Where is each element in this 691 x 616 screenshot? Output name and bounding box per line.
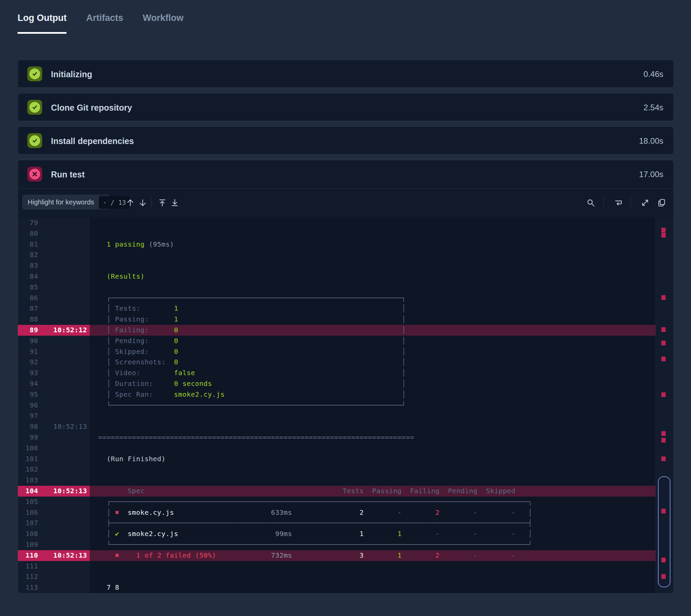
log-line-gutter[interactable]: 108 xyxy=(18,529,90,540)
search-icon[interactable] xyxy=(585,197,597,209)
line-number[interactable]: 80 xyxy=(18,228,38,239)
line-number[interactable]: 87 xyxy=(18,303,38,314)
log-line-gutter[interactable]: 86 xyxy=(18,293,90,304)
log-line-gutter[interactable]: 91 xyxy=(18,347,90,357)
line-timestamp xyxy=(38,239,87,250)
log-line-gutter[interactable]: 87 xyxy=(18,303,90,314)
log-line-gutter[interactable]: 103 xyxy=(18,475,90,486)
step-header-run-test[interactable]: Run test 17.00s xyxy=(18,160,673,189)
line-number[interactable]: 102 xyxy=(18,464,38,475)
line-number[interactable]: 98 xyxy=(18,421,38,432)
line-number[interactable]: 112 xyxy=(18,571,38,582)
line-number[interactable]: 108 xyxy=(18,529,38,540)
log-line-gutter[interactable]: 84 xyxy=(18,271,90,282)
line-number[interactable]: 79 xyxy=(18,218,38,228)
log-line-gutter[interactable]: 92 xyxy=(18,357,90,368)
log-line-gutter[interactable]: 81 xyxy=(18,239,90,250)
line-timestamp xyxy=(38,507,87,518)
log-line-gutter[interactable]: 96 xyxy=(18,400,90,411)
log-line-gutter[interactable]: 10410:52:13 xyxy=(18,486,90,497)
line-number[interactable]: 113 xyxy=(18,582,38,593)
step-header[interactable]: Install dependencies18.00s xyxy=(18,127,673,155)
step-duration: 18.00s xyxy=(639,136,663,146)
step-card-clone-git-repository: Clone Git repository2.54s xyxy=(18,93,674,121)
check-icon xyxy=(27,133,42,148)
log-line-gutter[interactable]: 85 xyxy=(18,282,90,293)
tab-artifacts[interactable]: Artifacts xyxy=(86,13,123,34)
line-number[interactable]: 86 xyxy=(18,293,38,304)
line-number[interactable]: 97 xyxy=(18,411,38,421)
log-line-gutter[interactable]: 93 xyxy=(18,368,90,378)
log-line-gutter[interactable]: 109 xyxy=(18,540,90,550)
log-line-gutter[interactable]: 83 xyxy=(18,260,90,271)
line-number[interactable]: 84 xyxy=(18,271,38,282)
scrollbar-thumb[interactable] xyxy=(658,476,670,587)
log-line-gutter[interactable]: 9810:52:13 xyxy=(18,421,90,432)
scroll-to-bottom-icon[interactable] xyxy=(169,197,181,209)
log-line-gutter[interactable]: 102 xyxy=(18,464,90,475)
log-line-gutter[interactable]: 11010:52:13 xyxy=(18,550,90,561)
check-icon xyxy=(27,100,42,115)
line-number[interactable]: 85 xyxy=(18,282,38,293)
line-timestamp xyxy=(38,271,87,282)
log-line-gutter[interactable]: 97 xyxy=(18,411,90,421)
log-minimap-scrollbar[interactable] xyxy=(655,218,673,593)
log-line: 102 xyxy=(18,464,656,475)
log-line-gutter[interactable]: 80 xyxy=(18,228,90,239)
line-number[interactable]: 90 xyxy=(18,336,38,347)
line-number[interactable]: 99 xyxy=(18,432,38,443)
prev-match-icon[interactable] xyxy=(124,197,136,209)
step-header[interactable]: Initializing0.46s xyxy=(18,60,673,88)
line-number[interactable]: 107 xyxy=(18,518,38,529)
match-marker xyxy=(661,392,666,397)
log-line-text: │ Skipped: 0 │ xyxy=(90,347,656,357)
line-number[interactable]: 109 xyxy=(18,540,38,550)
line-number[interactable]: 105 xyxy=(18,497,38,507)
line-number[interactable]: 88 xyxy=(18,314,38,325)
highlight-keywords-button[interactable]: Highlight for keywords xyxy=(22,195,110,210)
copy-icon[interactable] xyxy=(655,197,668,209)
line-number[interactable]: 92 xyxy=(18,357,38,368)
line-number[interactable]: 103 xyxy=(18,475,38,486)
log-line-gutter[interactable]: 112 xyxy=(18,571,90,582)
line-number[interactable]: 94 xyxy=(18,378,38,389)
line-number[interactable]: 89 xyxy=(18,325,38,336)
line-number[interactable]: 111 xyxy=(18,561,38,572)
log-line-gutter[interactable]: 99 xyxy=(18,432,90,443)
line-number[interactable]: 82 xyxy=(18,250,38,260)
log-line-gutter[interactable]: 95 xyxy=(18,389,90,400)
line-number[interactable]: 91 xyxy=(18,347,38,357)
line-number[interactable]: 104 xyxy=(18,486,38,497)
line-number[interactable]: 95 xyxy=(18,389,38,400)
tab-workflow[interactable]: Workflow xyxy=(143,13,183,34)
line-number[interactable]: 110 xyxy=(18,550,38,561)
log-line-gutter[interactable]: 101 xyxy=(18,454,90,464)
scroll-to-top-icon[interactable] xyxy=(156,197,168,209)
line-number[interactable]: 100 xyxy=(18,443,38,454)
log-line-gutter[interactable]: 107 xyxy=(18,518,90,529)
log-line-gutter[interactable]: 105 xyxy=(18,497,90,507)
log-line-gutter[interactable]: 8910:52:12 xyxy=(18,325,90,336)
step-header[interactable]: Clone Git repository2.54s xyxy=(18,93,673,122)
log-line-gutter[interactable]: 90 xyxy=(18,336,90,347)
line-number[interactable]: 96 xyxy=(18,400,38,411)
log-line-gutter[interactable]: 82 xyxy=(18,250,90,260)
line-number[interactable]: 83 xyxy=(18,260,38,271)
line-number[interactable]: 106 xyxy=(18,507,38,518)
log-line-gutter[interactable]: 79 xyxy=(18,218,90,228)
log-line: 100 xyxy=(18,443,656,454)
fullscreen-icon[interactable] xyxy=(639,197,651,209)
log-line-gutter[interactable]: 113 xyxy=(18,582,90,593)
log-line-gutter[interactable]: 100 xyxy=(18,443,90,454)
log-line-gutter[interactable]: 94 xyxy=(18,378,90,389)
log-line-gutter[interactable]: 106 xyxy=(18,507,90,518)
line-number[interactable]: 101 xyxy=(18,454,38,464)
next-match-icon[interactable] xyxy=(137,197,149,209)
log-line-gutter[interactable]: 88 xyxy=(18,314,90,325)
log-line-gutter[interactable]: 111 xyxy=(18,561,90,572)
line-number[interactable]: 93 xyxy=(18,368,38,378)
wrap-lines-icon[interactable] xyxy=(612,197,625,209)
line-number[interactable]: 81 xyxy=(18,239,38,250)
log-line: 112 xyxy=(18,571,656,582)
tab-log-output[interactable]: Log Output xyxy=(18,13,66,34)
